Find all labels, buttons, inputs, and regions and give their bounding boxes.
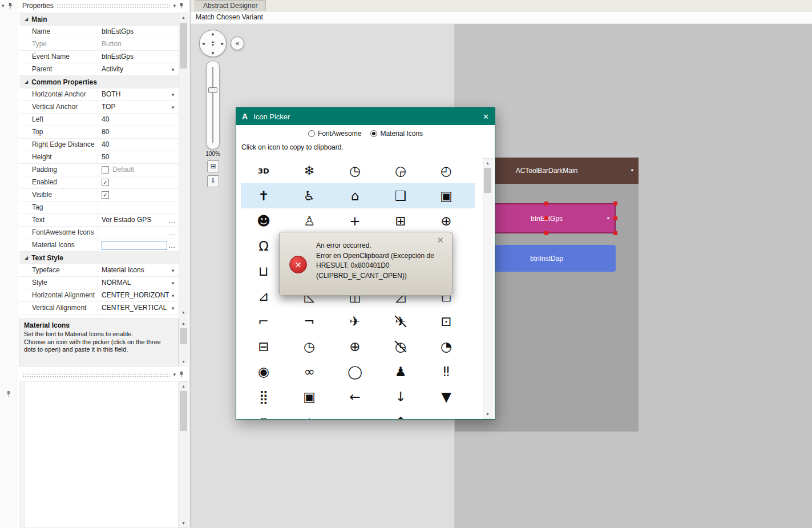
scroll-down-icon[interactable]: ▾: [483, 410, 492, 418]
close-icon[interactable]: ✕: [483, 112, 489, 121]
airplanemode-inactive-icon[interactable]: ✈: [378, 309, 423, 334]
scroll-down-icon[interactable]: ▾: [179, 308, 188, 317]
android-icon[interactable]: ♟: [378, 359, 423, 384]
pan-left-icon[interactable]: ◂: [202, 41, 205, 46]
access-alarm-icon[interactable]: ◷: [332, 158, 378, 183]
property-row-top[interactable]: Top80: [19, 126, 179, 139]
property-value[interactable]: CENTER_HORIZONTA▾: [98, 289, 179, 301]
icon-grid-scrollbar[interactable]: ▴ ▾: [483, 158, 492, 419]
property-row-left[interactable]: Left40: [19, 114, 179, 126]
announcement-icon[interactable]: ‼: [423, 359, 469, 384]
property-value[interactable]: 40: [98, 114, 179, 126]
property-row-style[interactable]: StyleNORMAL▾: [19, 277, 179, 289]
account-balance-icon[interactable]: ⌂: [332, 183, 378, 208]
ac-unit-icon[interactable]: ❄: [286, 158, 332, 183]
adb-icon[interactable]: ♙: [286, 208, 332, 233]
close-icon[interactable]: ✕: [437, 235, 444, 245]
property-value[interactable]: 50: [98, 151, 179, 163]
alarm-off-icon[interactable]: ◷: [378, 334, 423, 359]
clipped-row-icon-icon[interactable]: ◒: [241, 409, 286, 419]
property-category-common-properties[interactable]: ◢Common Properties: [19, 76, 179, 88]
alarm-on-icon[interactable]: ◔: [423, 334, 469, 359]
dropdown-arrow-icon[interactable]: ▾: [169, 280, 177, 286]
archive-icon[interactable]: ▣: [286, 384, 332, 409]
chevron-down-icon[interactable]: ▾: [173, 372, 176, 377]
alarm-add-icon[interactable]: ⊕: [332, 334, 378, 359]
header-grip-texture[interactable]: [22, 372, 170, 377]
scroll-up-icon[interactable]: ▴: [483, 159, 492, 167]
zoom-slider[interactable]: [206, 61, 220, 150]
checkbox-unchecked[interactable]: [102, 166, 109, 174]
access-alarms-icon[interactable]: ◶: [378, 158, 423, 183]
ellipsis-button[interactable]: ...: [167, 228, 177, 238]
category-expander-icon[interactable]: ◢: [25, 255, 28, 260]
radio-material-icons[interactable]: Material Icons: [370, 130, 423, 138]
property-value[interactable]: Button: [98, 38, 179, 50]
checkbox-checked[interactable]: ✓: [102, 179, 109, 186]
selection-handle[interactable]: [544, 216, 548, 220]
pan-control[interactable]: ▴ ▾ ◂ ▸ ▴ ▾: [199, 30, 227, 57]
add-icon[interactable]: +: [332, 208, 378, 233]
property-value[interactable]: NORMAL▾: [98, 277, 179, 289]
scrollbar-thumb[interactable]: [484, 168, 491, 193]
category-expander-icon[interactable]: ◢: [25, 79, 28, 84]
accessibility-icon[interactable]: ✝: [241, 183, 286, 208]
property-row-event-name[interactable]: Event NamebtnEstGps: [19, 51, 179, 63]
property-value[interactable]: [98, 201, 179, 213]
button-btninstdap[interactable]: btnInstDap: [478, 245, 616, 272]
property-value[interactable]: BOTH▾: [98, 88, 179, 100]
access-time-icon[interactable]: ◴: [423, 158, 469, 183]
fit-grid-button[interactable]: ⊞: [207, 160, 219, 172]
collapse-panel-button[interactable]: «: [231, 37, 244, 50]
chevron-down-icon[interactable]: ▾: [173, 3, 176, 9]
property-row-text[interactable]: TextVer Estado GPS...: [19, 214, 179, 227]
album-icon[interactable]: ◉: [241, 359, 286, 384]
properties-scrollbar[interactable]: ▴ ▾: [179, 13, 188, 317]
chevron-down-icon[interactable]: ▾: [2, 3, 5, 9]
radio-circle-icon[interactable]: [308, 130, 315, 137]
property-row-right-edge-distance[interactable]: Right Edge Distance40: [19, 139, 179, 151]
alarm-icon[interactable]: ◷: [286, 334, 332, 359]
property-row-horizontal-anchor[interactable]: Horizontal AnchorBOTH▾: [19, 88, 179, 101]
category-expander-icon[interactable]: ◢: [25, 17, 28, 22]
pin-icon[interactable]: [179, 371, 184, 378]
selection-handle[interactable]: [544, 201, 548, 205]
property-row-name[interactable]: NamebtnEstGps: [19, 26, 179, 38]
arrow-back-icon[interactable]: ←: [332, 384, 378, 409]
property-row-visible[interactable]: Visible✓: [19, 189, 179, 201]
material-icons-input[interactable]: [102, 241, 167, 250]
arrow-drop-down-icon[interactable]: ▼: [423, 384, 469, 409]
3d-rotation-icon[interactable]: 3D: [241, 158, 286, 183]
property-category-main[interactable]: ◢Main: [19, 13, 179, 26]
property-row-enabled[interactable]: Enabled✓: [19, 176, 179, 189]
ellipsis-button[interactable]: ...: [167, 215, 177, 225]
scroll-up-icon[interactable]: ▴: [179, 319, 188, 328]
ellipsis-button[interactable]: ...: [167, 240, 177, 251]
scroll-down-icon[interactable]: ▾: [179, 357, 188, 366]
selection-handle[interactable]: [613, 231, 617, 235]
account-circle-icon[interactable]: ☻: [241, 208, 286, 233]
property-value[interactable]: Default: [98, 164, 179, 176]
property-value[interactable]: Ver Estado GPS...: [98, 214, 179, 226]
checkbox-checked[interactable]: ✓: [102, 191, 109, 199]
lower-panel-scrollbar[interactable]: ▴ ▾: [179, 381, 188, 528]
help-scrollbar[interactable]: ▴ ▾: [179, 319, 188, 366]
property-value[interactable]: ✓: [98, 176, 179, 188]
dropdown-arrow-icon[interactable]: ▾: [169, 104, 177, 110]
all-inclusive-icon[interactable]: ∞: [286, 359, 332, 384]
tab-abstract-designer[interactable]: Abstract Designer: [195, 0, 266, 11]
selection-handle[interactable]: [613, 201, 617, 205]
screenshot-button[interactable]: ⇩: [207, 175, 219, 187]
pin-icon[interactable]: [6, 390, 11, 397]
dropdown-arrow-icon[interactable]: ▾: [169, 305, 177, 311]
airline-seat-recline-extra-icon[interactable]: ⌐: [241, 309, 286, 334]
pan-center-icon[interactable]: ▴ ▾: [212, 40, 214, 47]
dropdown-arrow-icon[interactable]: ▾: [169, 293, 177, 299]
property-value[interactable]: 40: [98, 139, 179, 151]
all-out-icon[interactable]: ◯: [332, 359, 378, 384]
property-category-text-style[interactable]: ◢Text Style: [19, 252, 179, 264]
property-value[interactable]: CENTER_VERTICAL▾: [98, 302, 179, 314]
scrollbar-thumb[interactable]: [180, 328, 187, 344]
property-row-horizontal-alignment[interactable]: Horizontal AlignmentCENTER_HORIZONTA▾: [19, 289, 179, 302]
arrow-downward-icon[interactable]: ↓: [378, 384, 423, 409]
